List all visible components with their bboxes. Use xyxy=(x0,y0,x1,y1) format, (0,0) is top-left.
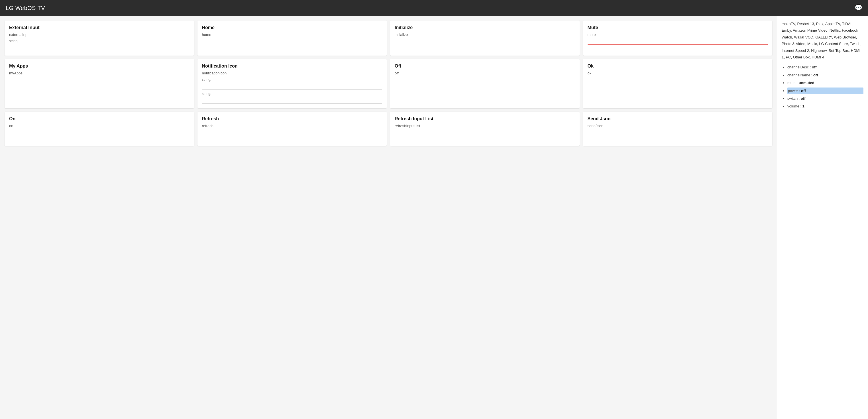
card-ok: Okok xyxy=(583,59,773,108)
cards-grid: External InputexternalInputstring:Homeho… xyxy=(5,21,772,146)
card-title-home: Home xyxy=(202,25,382,30)
cards-area: External InputexternalInputstring:Homeho… xyxy=(0,16,777,419)
sidebar-prop-switch: switch : off xyxy=(787,95,863,102)
card-subtitle-home: home xyxy=(202,32,382,37)
card-notification-icon: Notification IconnotificationIconstring:… xyxy=(197,59,387,108)
sidebar-prop-mute: mute : unmuted xyxy=(787,80,863,86)
card-refresh: Refreshrefresh xyxy=(197,112,387,146)
card-on: Onon xyxy=(5,112,194,146)
card-title-off: Off xyxy=(395,64,575,69)
card-external-input: External InputexternalInputstring: xyxy=(5,21,194,56)
sidebar-prop-volume: volume : 1 xyxy=(787,103,863,110)
card-subtitle-refresh: refresh xyxy=(202,124,382,128)
sidebar-prop-channelName: channelName : off xyxy=(787,72,863,79)
card-title-on: On xyxy=(9,116,189,121)
card-label2-notification-icon: string: xyxy=(202,92,382,96)
sidebar-properties-list: channelDesc : offchannelName : offmute :… xyxy=(782,64,863,110)
card-label-notification-icon: string: xyxy=(202,78,382,82)
card-subtitle-send-json: sendJson xyxy=(588,124,768,128)
card-home: Homehome xyxy=(197,21,387,56)
card-refresh-input-list: Refresh Input ListrefreshInputList xyxy=(390,112,580,146)
card-title-send-json: Send Json xyxy=(588,116,768,121)
card-subtitle-mute: mute xyxy=(588,32,768,37)
card-subtitle-on: on xyxy=(9,124,189,128)
card-input2-notification-icon[interactable] xyxy=(202,98,382,104)
card-title-refresh: Refresh xyxy=(202,116,382,121)
chat-icon[interactable]: 💬 xyxy=(855,4,862,12)
card-title-mute: Mute xyxy=(588,25,768,30)
card-title-external-input: External Input xyxy=(9,25,189,30)
card-subtitle-my-apps: myApps xyxy=(9,71,189,75)
card-subtitle-ok: ok xyxy=(588,71,768,75)
sidebar-apps-text: makoTV, Reshet 13, Plex, Apple TV, TIDAL… xyxy=(782,21,863,60)
card-mute: Mutemute xyxy=(583,21,773,56)
card-label-external-input: string: xyxy=(9,39,189,43)
card-send-json: Send JsonsendJson xyxy=(583,112,773,146)
card-subtitle-off: off xyxy=(395,71,575,75)
sidebar-prop-channelDesc: channelDesc : off xyxy=(787,64,863,70)
card-off: Offoff xyxy=(390,59,580,108)
card-initialize: Initializeinitialize xyxy=(390,21,580,56)
card-input-notification-icon[interactable] xyxy=(202,84,382,90)
card-subtitle-refresh-input-list: refreshInputList xyxy=(395,124,575,128)
card-title-my-apps: My Apps xyxy=(9,64,189,69)
header: LG WebOS TV 💬 xyxy=(0,0,868,16)
app-title: LG WebOS TV xyxy=(6,5,45,11)
card-subtitle-notification-icon: notificationIcon xyxy=(202,71,382,75)
sidebar-prop-power: power : off xyxy=(787,88,863,94)
card-subtitle-initialize: initialize xyxy=(395,32,575,37)
sidebar: makoTV, Reshet 13, Plex, Apple TV, TIDAL… xyxy=(777,16,868,419)
card-my-apps: My AppsmyApps xyxy=(5,59,194,108)
card-subtitle-external-input: externalInput xyxy=(9,32,189,37)
card-input-external-input[interactable] xyxy=(9,45,189,51)
card-title-initialize: Initialize xyxy=(395,25,575,30)
card-title-ok: Ok xyxy=(588,64,768,69)
main-layout: External InputexternalInputstring:Homeho… xyxy=(0,16,868,419)
card-title-notification-icon: Notification Icon xyxy=(202,64,382,69)
card-title-refresh-input-list: Refresh Input List xyxy=(395,116,575,121)
card-input-mute[interactable] xyxy=(588,39,768,45)
